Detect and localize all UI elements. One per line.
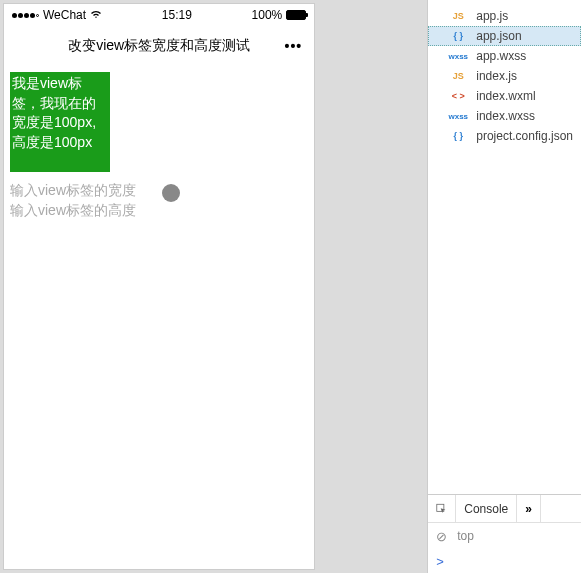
- file-item[interactable]: wxssapp.wxss: [428, 46, 581, 66]
- tabs-overflow-button[interactable]: »: [517, 495, 541, 522]
- width-input[interactable]: 输入view标签的宽度: [10, 182, 308, 202]
- battery-icon: [286, 10, 306, 20]
- battery-pct-label: 100%: [252, 8, 283, 22]
- console-prompt[interactable]: >: [428, 549, 581, 573]
- clear-console-icon[interactable]: ⊘: [436, 529, 447, 544]
- file-name-label: project.config.json: [476, 129, 573, 143]
- status-bar: WeChat 15:19 100%: [4, 4, 314, 26]
- inspect-icon: [436, 502, 447, 516]
- page-body: 我是view标签，我现在的宽度是100px,高度是100px 输入view标签的…: [4, 66, 314, 569]
- context-selector[interactable]: top: [457, 529, 474, 543]
- height-input[interactable]: 输入view标签的高度: [10, 202, 308, 222]
- input-group: 输入view标签的宽度 输入view标签的高度: [10, 182, 308, 222]
- file-name-label: app.wxss: [476, 49, 526, 63]
- console-pane: Console » ⊘ top >: [428, 494, 581, 573]
- file-tree[interactable]: JSapp.js{ }app.jsonwxssapp.wxssJSindex.j…: [428, 0, 581, 494]
- demo-view-box: 我是view标签，我现在的宽度是100px,高度是100px: [10, 72, 110, 172]
- signal-icon: [12, 13, 39, 18]
- console-tab[interactable]: Console: [456, 495, 517, 522]
- file-item[interactable]: { }project.config.json: [428, 126, 581, 146]
- file-name-label: index.js: [476, 69, 517, 83]
- file-name-label: index.wxss: [476, 109, 535, 123]
- file-item[interactable]: JSindex.js: [428, 66, 581, 86]
- file-type-icon: wxss: [446, 52, 470, 61]
- file-name-label: app.json: [476, 29, 521, 43]
- file-type-icon: { }: [446, 31, 470, 41]
- touch-cursor-icon: [162, 184, 180, 202]
- file-type-icon: JS: [446, 71, 470, 81]
- file-item[interactable]: JSapp.js: [428, 6, 581, 26]
- element-inspector-button[interactable]: [428, 495, 456, 522]
- file-item[interactable]: wxssindex.wxss: [428, 106, 581, 126]
- file-item[interactable]: < >index.wxml: [428, 86, 581, 106]
- ide-right-pane: JSapp.js{ }app.jsonwxssapp.wxssJSindex.j…: [427, 0, 581, 573]
- prompt-chevron-icon: >: [436, 554, 444, 569]
- file-type-icon: JS: [446, 11, 470, 21]
- nav-bar: 改变view标签宽度和高度测试 •••: [4, 26, 314, 66]
- file-item[interactable]: { }app.json: [428, 26, 581, 46]
- file-type-icon: { }: [446, 131, 470, 141]
- wifi-icon: [90, 9, 102, 21]
- console-toolbar: ⊘ top: [428, 523, 581, 549]
- simulator-pane: WeChat 15:19 100% 改变view标签宽度和高度测试 ••• 我是…: [3, 3, 315, 570]
- console-tabs: Console »: [428, 495, 581, 523]
- file-name-label: app.js: [476, 9, 508, 23]
- status-bar-right: 100%: [252, 8, 307, 22]
- file-name-label: index.wxml: [476, 89, 535, 103]
- status-bar-left: WeChat: [12, 8, 102, 22]
- clock-label: 15:19: [162, 8, 192, 22]
- panel-gap: [315, 0, 427, 573]
- file-type-icon: wxss: [446, 112, 470, 121]
- more-icon[interactable]: •••: [285, 38, 303, 54]
- file-type-icon: < >: [446, 91, 470, 101]
- carrier-label: WeChat: [43, 8, 86, 22]
- page-title: 改变view标签宽度和高度测试: [68, 37, 250, 55]
